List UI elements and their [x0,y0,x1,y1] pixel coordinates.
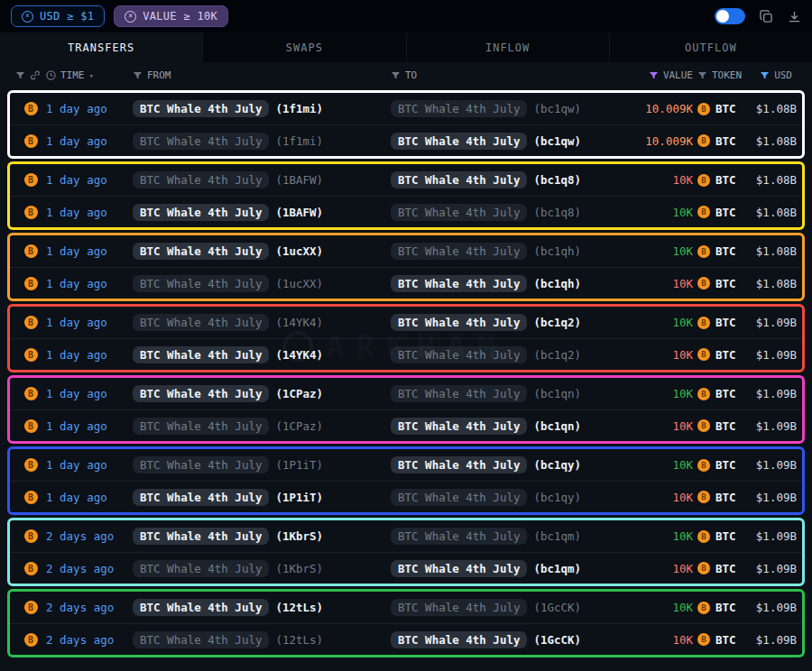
transfer-row[interactable]: B 1 day ago BTC Whale 4th July (1P1iT) B… [10,449,802,481]
from-entity-address[interactable]: (1CPaz) [275,419,323,433]
from-entity-address[interactable]: (1BAFW) [275,173,323,187]
transfer-token[interactable]: B BTC [697,277,744,290]
to-entity-address[interactable]: (bc1qy) [533,491,581,504]
transfer-row[interactable]: B 1 day ago BTC Whale 4th July (1BAFW) B… [10,196,802,227]
from-entity-name[interactable]: BTC Whale 4th July [133,314,269,331]
from-entity-name[interactable]: BTC Whale 4th July [133,418,269,435]
to-entity-name[interactable]: BTC Whale 4th July [391,489,527,506]
from-entity-name[interactable]: BTC Whale 4th July [133,456,269,473]
link-icon[interactable] [30,70,41,80]
from-entity-address[interactable]: (1ucXX) [275,277,323,290]
to-entity-address[interactable]: (bc1qh) [533,244,581,258]
to-entity-name[interactable]: BTC Whale 4th July [391,456,527,473]
transfer-row[interactable]: B 1 day ago BTC Whale 4th July (1f1mi) B… [10,124,802,156]
transfer-row[interactable]: B 2 days ago BTC Whale 4th July (12tLs) … [10,592,802,623]
filter-chip-value[interactable]: × VALUE ≥ 10K [114,5,228,27]
from-entity-name[interactable]: BTC Whale 4th July [133,560,269,577]
transfer-to[interactable]: BTC Whale 4th July (1GcCK) [391,631,589,648]
to-entity-address[interactable]: (bc1qw) [533,102,581,115]
transfer-to[interactable]: BTC Whale 4th July (bc1q2) [391,346,589,363]
from-entity-name[interactable]: BTC Whale 4th July [133,275,269,292]
transfer-token[interactable]: B BTC [697,173,744,187]
from-entity-address[interactable]: (1f1mi) [275,102,323,115]
from-entity-address[interactable]: (1P1iT) [275,491,323,504]
transfer-to[interactable]: BTC Whale 4th July (bc1qm) [391,528,589,545]
transfer-token[interactable]: B BTC [697,387,744,400]
transfer-to[interactable]: BTC Whale 4th July (bc1q8) [391,171,589,188]
transfer-from[interactable]: BTC Whale 4th July (1KbrS) [133,560,391,577]
transfer-row[interactable]: B 1 day ago BTC Whale 4th July (1CPaz) B… [10,378,802,409]
transfer-from[interactable]: BTC Whale 4th July (14YK4) [133,346,391,363]
to-entity-address[interactable]: (1GcCK) [533,601,581,614]
transfer-token[interactable]: B BTC [697,491,744,504]
header-time[interactable]: TIME ▾ [46,69,133,81]
from-entity-address[interactable]: (14YK4) [275,348,323,362]
filter-chip-usd[interactable]: × USD ≥ $1 [11,5,105,27]
from-entity-address[interactable]: (1P1iT) [275,458,323,472]
header-token[interactable]: TOKEN [697,69,744,81]
transfer-row[interactable]: B 1 day ago BTC Whale 4th July (1ucXX) B… [10,235,802,267]
to-entity-name[interactable]: BTC Whale 4th July [391,599,527,616]
from-entity-name[interactable]: BTC Whale 4th July [133,100,269,117]
transfer-row[interactable]: B 2 days ago BTC Whale 4th July (1KbrS) … [10,520,802,552]
to-entity-address[interactable]: (bc1qw) [533,134,581,148]
transfer-row[interactable]: B 1 day ago BTC Whale 4th July (14YK4) B… [10,307,802,338]
remove-usd-filter-icon[interactable]: × [22,11,33,23]
transfer-token[interactable]: B BTC [697,348,744,362]
remove-value-filter-icon[interactable]: × [125,11,136,23]
to-entity-name[interactable]: BTC Whale 4th July [391,385,527,402]
to-entity-name[interactable]: BTC Whale 4th July [391,528,527,545]
from-entity-name[interactable]: BTC Whale 4th July [133,631,269,648]
transfer-from[interactable]: BTC Whale 4th July (1KbrS) [133,528,391,545]
transfer-token[interactable]: B BTC [697,102,744,115]
from-entity-name[interactable]: BTC Whale 4th July [133,171,269,188]
from-entity-name[interactable]: BTC Whale 4th July [133,528,269,545]
from-entity-name[interactable]: BTC Whale 4th July [133,385,269,402]
transfer-from[interactable]: BTC Whale 4th July (14YK4) [133,314,391,331]
from-entity-address[interactable]: (1CPaz) [275,387,323,400]
to-entity-address[interactable]: (bc1qy) [533,458,581,472]
transfer-to[interactable]: BTC Whale 4th July (bc1qw) [391,100,589,117]
to-entity-name[interactable]: BTC Whale 4th July [391,204,527,221]
copy-icon[interactable] [760,10,773,23]
transfer-token[interactable]: B BTC [697,562,744,575]
from-entity-address[interactable]: (12tLs) [275,633,323,647]
to-entity-name[interactable]: BTC Whale 4th July [391,346,527,363]
header-to[interactable]: TO [391,69,589,81]
transfer-from[interactable]: BTC Whale 4th July (1ucXX) [133,275,391,292]
transfer-row[interactable]: B 2 days ago BTC Whale 4th July (12tLs) … [10,623,802,655]
to-entity-address[interactable]: (bc1q8) [533,173,581,187]
transfer-token[interactable]: B BTC [697,419,744,433]
transfer-from[interactable]: BTC Whale 4th July (1BAFW) [133,171,391,188]
transfer-token[interactable]: B BTC [697,601,744,614]
transfer-to[interactable]: BTC Whale 4th July (bc1q8) [391,204,589,221]
to-entity-address[interactable]: (bc1qm) [533,529,581,543]
to-entity-name[interactable]: BTC Whale 4th July [391,171,527,188]
transfer-from[interactable]: BTC Whale 4th July (1CPaz) [133,385,391,402]
from-entity-name[interactable]: BTC Whale 4th July [133,243,269,260]
header-from[interactable]: FROM [133,69,391,81]
from-entity-address[interactable]: (1KbrS) [275,562,323,575]
from-entity-address[interactable]: (1BAFW) [275,206,323,219]
to-entity-name[interactable]: BTC Whale 4th July [391,314,527,331]
filter-icon[interactable] [15,71,25,80]
from-entity-address[interactable]: (12tLs) [275,601,323,614]
transfer-to[interactable]: BTC Whale 4th July (bc1qm) [391,560,589,577]
to-entity-name[interactable]: BTC Whale 4th July [391,275,527,292]
toggle-switch[interactable] [715,8,745,24]
tab-inflow[interactable]: INFLOW [407,32,610,62]
transfer-to[interactable]: BTC Whale 4th July (bc1q2) [391,314,589,331]
transfer-from[interactable]: BTC Whale 4th July (1ucXX) [133,243,391,260]
tab-outflow[interactable]: OUTFLOW [610,32,812,62]
transfer-to[interactable]: BTC Whale 4th July (1GcCK) [391,599,589,616]
transfer-to[interactable]: BTC Whale 4th July (bc1qn) [391,385,589,402]
header-usd[interactable]: USD [744,69,797,81]
transfer-token[interactable]: B BTC [697,206,744,219]
from-entity-name[interactable]: BTC Whale 4th July [133,133,269,150]
transfer-to[interactable]: BTC Whale 4th July (bc1qn) [391,418,589,435]
to-entity-name[interactable]: BTC Whale 4th July [391,631,527,648]
transfer-token[interactable]: B BTC [697,529,744,543]
from-entity-name[interactable]: BTC Whale 4th July [133,204,269,221]
tab-swaps[interactable]: SWAPS [203,32,406,62]
transfer-from[interactable]: BTC Whale 4th July (1P1iT) [133,489,391,506]
